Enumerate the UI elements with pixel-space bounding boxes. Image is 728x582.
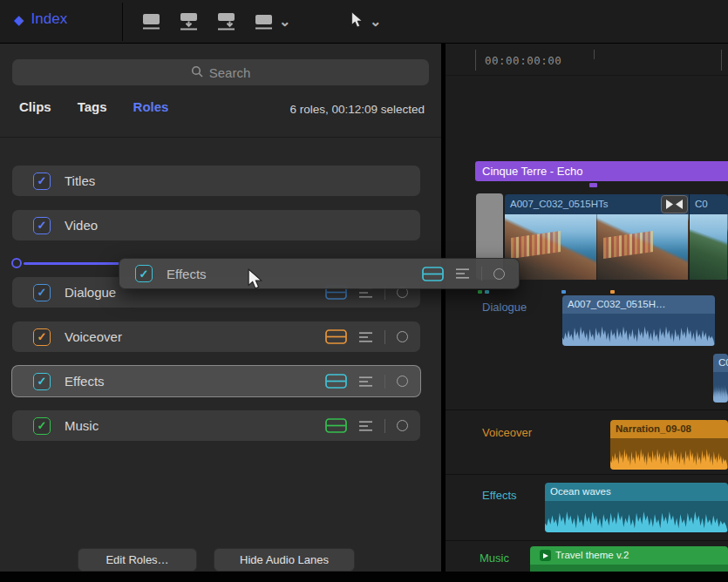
role-checkbox-titles[interactable]: ✓ xyxy=(33,173,51,190)
role-checkbox-effects-drag[interactable]: ✓ xyxy=(135,265,153,282)
lane-divider xyxy=(446,540,728,541)
connect-edit-icon[interactable] xyxy=(139,10,163,33)
role-label-dialogue: Dialogue xyxy=(65,285,116,300)
title-marker xyxy=(589,183,597,187)
role-checkbox-effects[interactable]: ✓ xyxy=(33,373,51,390)
transition-icon[interactable] xyxy=(661,195,688,213)
lane-label-effects[interactable]: Effects xyxy=(482,489,517,502)
select-tool-button[interactable]: ⌄ xyxy=(350,11,381,32)
chevron-down-icon: ⌄ xyxy=(279,17,290,26)
dialogue-clip-2-name: C0 xyxy=(713,354,728,372)
audio-lane-toggle[interactable] xyxy=(325,418,347,433)
role-row-titles[interactable]: ✓ Titles xyxy=(12,166,420,196)
focus-toggle[interactable] xyxy=(397,420,408,431)
subroles-icon[interactable] xyxy=(358,331,373,343)
ruler-tick xyxy=(594,50,595,59)
audio-lane-toggle[interactable] xyxy=(325,374,347,389)
role-label-voiceover: Voiceover xyxy=(65,329,122,344)
dialogue-clip-name: A007_C032_0515H… xyxy=(562,295,715,314)
waveform xyxy=(610,443,728,470)
check-icon: ✓ xyxy=(37,286,47,299)
mouse-cursor-icon xyxy=(247,268,263,294)
index-tabs: Clips Tags Roles xyxy=(19,99,168,114)
compound-clip-icon xyxy=(540,550,551,561)
tab-roles[interactable]: Roles xyxy=(133,99,169,114)
role-dot-effects xyxy=(485,290,489,294)
lane-divider xyxy=(446,409,728,410)
role-row-voiceover[interactable]: ✓ Voiceover xyxy=(12,321,420,352)
role-row-music[interactable]: ✓ Music xyxy=(12,410,420,441)
role-row-video[interactable]: ✓ Video xyxy=(12,210,420,240)
audio-lane-toggle[interactable] xyxy=(325,329,347,344)
tab-clips[interactable]: Clips xyxy=(19,99,51,114)
role-checkbox-dialogue[interactable]: ✓ xyxy=(33,284,51,301)
role-dot-music xyxy=(478,290,482,294)
timeline-panel: 00:00:00:00 Cinque Terre - Echo A007_C03… xyxy=(446,44,728,572)
arrow-cursor-icon xyxy=(350,11,364,32)
voiceover-clip-name: Narration_09-08 xyxy=(610,420,728,438)
next-video-clip[interactable]: C0 xyxy=(690,194,728,280)
drop-indicator-line xyxy=(24,262,119,265)
index-button-label: Index xyxy=(31,10,68,28)
waveform xyxy=(545,506,728,532)
edit-roles-button[interactable]: Edit Roles… xyxy=(78,548,197,572)
dialogue-clip[interactable]: A007_C032_0515H… xyxy=(562,295,715,346)
icon-divider xyxy=(384,419,385,433)
focus-toggle[interactable] xyxy=(397,331,408,342)
filmstrip xyxy=(690,214,728,280)
music-clip[interactable]: Travel theme v.2 xyxy=(530,546,728,572)
index-button[interactable]: ◆ Index xyxy=(14,10,67,28)
role-checkbox-music[interactable]: ✓ xyxy=(33,417,51,435)
search-placeholder: Search xyxy=(209,65,251,80)
search-input[interactable]: Search xyxy=(12,59,429,85)
role-dot-dialogue xyxy=(561,290,566,294)
lane-label-music[interactable]: Music xyxy=(480,552,509,565)
title-clip-name: Cinque Terre - Echo xyxy=(482,165,582,178)
title-clip[interactable]: Cinque Terre - Echo xyxy=(475,161,728,181)
voiceover-clip[interactable]: Narration_09-08 xyxy=(610,420,728,470)
waveform xyxy=(713,380,728,403)
toolbar: ◆ Index xyxy=(0,0,728,44)
lane-divider xyxy=(446,474,728,475)
role-row-effects[interactable]: ✓ Effects xyxy=(12,366,420,396)
search-icon xyxy=(191,65,203,80)
focus-toggle[interactable] xyxy=(493,268,505,280)
append-edit-icon[interactable] xyxy=(214,10,238,33)
role-label-video: Video xyxy=(65,218,98,233)
check-icon: ✓ xyxy=(37,219,47,232)
check-icon: ✓ xyxy=(37,419,47,432)
icon-divider xyxy=(481,267,482,281)
ruler-tick xyxy=(721,50,722,71)
role-label-effects: Effects xyxy=(65,374,105,389)
dragged-role-label: Effects xyxy=(167,267,207,281)
video-thumbnail xyxy=(690,214,728,280)
check-icon: ✓ xyxy=(37,375,47,388)
focus-toggle[interactable] xyxy=(397,376,408,387)
video-clip-group: A007_C032_0515HTs C0 xyxy=(505,194,728,280)
lane-label-voiceover[interactable]: Voiceover xyxy=(482,426,532,439)
hide-audio-lanes-button[interactable]: Hide Audio Lanes xyxy=(214,548,355,572)
timeline-index-panel: Search Clips Tags Roles 6 roles, 00:12:0… xyxy=(0,44,441,572)
check-icon: ✓ xyxy=(37,174,47,187)
dialogue-clip-2[interactable]: C0 xyxy=(713,354,728,403)
tab-tags[interactable]: Tags xyxy=(78,99,107,114)
drop-indicator-circle xyxy=(11,258,22,268)
toolbar-divider xyxy=(122,3,123,41)
insert-edit-icon[interactable] xyxy=(177,10,201,33)
role-dot-voiceover xyxy=(610,290,615,294)
subroles-icon[interactable] xyxy=(455,267,470,280)
effects-clip-name: Ocean waves xyxy=(545,483,728,501)
video-thumbnail xyxy=(597,214,690,280)
waveform xyxy=(562,321,715,346)
audio-lane-toggle[interactable] xyxy=(422,267,444,281)
subroles-icon[interactable] xyxy=(358,376,373,388)
lane-label-dialogue[interactable]: Dialogue xyxy=(482,301,527,314)
subroles-icon[interactable] xyxy=(358,420,373,432)
overwrite-edit-button[interactable]: ⌄ xyxy=(252,10,290,33)
fcp-window: ◆ Index xyxy=(0,0,728,582)
dragged-role-row-effects[interactable]: ✓ Effects xyxy=(119,258,520,289)
effects-clip[interactable]: Ocean waves xyxy=(545,483,728,532)
role-checkbox-voiceover[interactable]: ✓ xyxy=(33,328,51,346)
role-checkbox-video[interactable]: ✓ xyxy=(33,217,51,234)
ruler-divider xyxy=(446,75,728,76)
